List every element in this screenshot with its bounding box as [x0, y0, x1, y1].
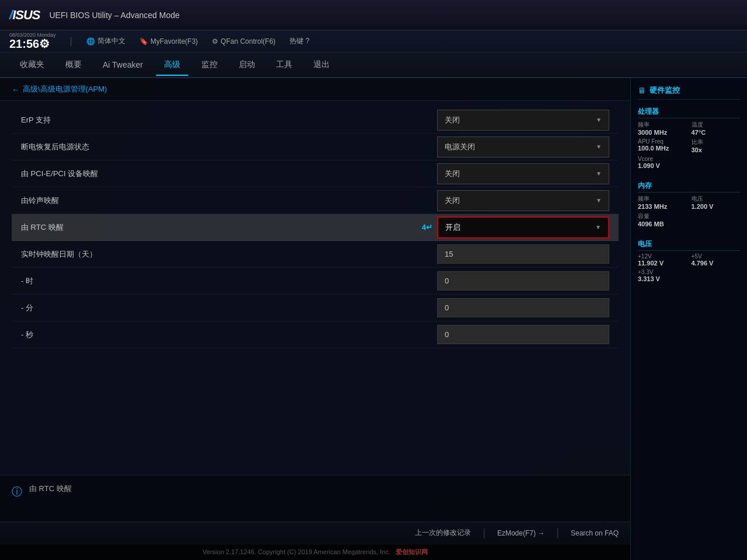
dropdown-arrow-icon: ▼	[596, 117, 602, 123]
ram-freq: 频率 2133 MHz	[638, 195, 687, 210]
cpu-apu-freq: APU Freq 100.0 MHz	[638, 138, 687, 153]
erp-dropdown[interactable]: 关闭 ▼	[437, 110, 609, 131]
watermark-brand: 爱创知识网	[396, 548, 428, 555]
monitor-header: 🖥 硬件监控	[638, 85, 740, 100]
ram-grid: 频率 2133 MHz 电压 1.200 V 容量 4096 MB	[638, 195, 740, 228]
setting-rtc-day-value-area: 15	[428, 244, 609, 264]
cpu-vcore: Vcore 1.090 V	[638, 156, 687, 169]
cpu-section: 处理器 频率 3000 MHz 温度 47°C APU Freq 100.0 M…	[638, 107, 740, 169]
content-area: ← 高级\高级电源管理(APM) ErP 支持 关闭 ▼	[0, 78, 747, 560]
setting-rtc-wake-value-area: 4↵ 开启 ▼	[422, 216, 609, 239]
rtc-hour-input[interactable]: 0	[437, 271, 609, 290]
nav-item-overview[interactable]: 概要	[57, 55, 90, 75]
voltage-12v: +12V 11.902 V	[638, 253, 687, 267]
rtc-day-input[interactable]: 15	[437, 244, 609, 264]
info-panel: ⓘ 由 RTC 映醒	[0, 475, 630, 522]
voltage-3v3: +3.3V 3.313 V	[638, 269, 687, 282]
pcie-wake-dropdown[interactable]: 关闭 ▼	[437, 163, 609, 184]
nav-item-advanced[interactable]: 高级	[156, 55, 189, 76]
setting-erp: ErP 支持 关闭 ▼	[12, 107, 619, 134]
cpu-section-label: 处理器	[638, 107, 740, 118]
dropdown-arrow-icon2: ▼	[596, 144, 602, 150]
voltage-5v: +5V 4.796 V	[692, 253, 741, 267]
monitor-icon: 🖥	[638, 86, 646, 95]
setting-rtc-hour: - 时 0	[12, 268, 619, 295]
nav-item-boot[interactable]: 启动	[231, 55, 263, 75]
qfan-button[interactable]: ⚙ QFan Control(F6)	[212, 37, 275, 46]
settings-list: ErP 支持 关闭 ▼ 断电恢复后电源状态 电源关闭 ▼	[0, 101, 630, 475]
setting-pcie-wake-label: 由 PCI-E/PCI 设备映醒	[21, 169, 428, 179]
toolbar: 08/03/2020 Monday 21:56⚙ | 🌐 简体中文 🔖 MyFa…	[0, 30, 747, 52]
footer: 上一次的修改记录 | EzMode(F7) → | Search on FAQ	[0, 522, 630, 544]
setting-rtc-second-value-area: 0	[428, 325, 609, 344]
nav-item-favorites[interactable]: 收藏夹	[12, 55, 53, 75]
myfavorite-button[interactable]: 🔖 MyFavorite(F3)	[139, 37, 198, 46]
asus-logo: /ISUS	[9, 8, 40, 23]
setting-ring-wake-value-area: 关闭 ▼	[428, 190, 609, 211]
voltage-section-label: 电压	[638, 239, 740, 251]
voltage-section: 电压 +12V 11.902 V +5V 4.796 V +3.3V 3.313…	[638, 239, 740, 282]
setting-rtc-hour-label: - 时	[21, 276, 428, 286]
setting-rtc-second-label: - 秒	[21, 330, 428, 340]
setting-rtc-wake: 由 RTC 映醒 4↵ 开启 ▼	[12, 214, 619, 241]
globe-icon: 🌐	[86, 37, 95, 46]
ring-wake-dropdown[interactable]: 关闭 ▼	[437, 190, 609, 211]
rtc-minute-input[interactable]: 0	[437, 298, 609, 317]
setting-ring-wake-label: 由铃声映醒	[21, 195, 428, 206]
setting-power-restore-label: 断电恢复后电源状态	[21, 142, 428, 152]
info-text: 由 RTC 映醒	[29, 484, 72, 494]
ezmode-button[interactable]: EzMode(F7) →	[497, 529, 544, 537]
nav-item-tools[interactable]: 工具	[268, 55, 301, 75]
breadcrumb[interactable]: ← 高级\高级电源管理(APM)	[0, 78, 630, 101]
setting-ring-wake: 由铃声映醒 关闭 ▼	[12, 187, 619, 214]
back-arrow-icon[interactable]: ←	[12, 85, 19, 94]
version-bar: Version 2.17.1246. Copyright (C) 2019 Am…	[0, 544, 630, 560]
setting-rtc-minute-label: - 分	[21, 303, 428, 313]
cpu-temp-label: 温度 47°C	[692, 121, 741, 136]
dropdown-arrow-icon4: ▼	[596, 197, 602, 204]
datetime-time: 21:56⚙	[9, 38, 50, 50]
setting-rtc-minute: - 分 0	[12, 295, 619, 321]
info-icon: ⓘ	[12, 485, 22, 499]
rtc-wake-dropdown[interactable]: 开启 ▼	[437, 216, 609, 239]
power-restore-dropdown[interactable]: 电源关闭 ▼	[437, 136, 609, 158]
ram-section-label: 内存	[638, 181, 740, 192]
header-title: UEFI BIOS Utility – Advanced Mode	[49, 10, 179, 20]
setting-erp-label: ErP 支持	[21, 115, 428, 125]
setting-power-restore: 断电恢复后电源状态 电源关闭 ▼	[12, 134, 619, 160]
setting-erp-value-area: 关闭 ▼	[428, 110, 609, 131]
setting-rtc-day-label: 实时钟映醒日期（天）	[21, 249, 428, 260]
nav-item-monitor[interactable]: 监控	[193, 55, 226, 75]
dropdown-arrow-icon5: ▼	[595, 224, 601, 230]
bookmark-icon: 🔖	[139, 37, 148, 46]
cpu-grid: 频率 3000 MHz 温度 47°C APU Freq 100.0 MHz 比…	[638, 121, 740, 169]
step-indicator: 4↵	[422, 223, 432, 232]
cpu-ratio: 比率 30x	[692, 138, 741, 153]
hotkey-button[interactable]: 热键 ?	[289, 36, 309, 46]
rtc-second-input[interactable]: 0	[437, 325, 609, 344]
nav-menu: 收藏夹 概要 Ai Tweaker 高级 监控 启动 工具 退出	[0, 52, 747, 78]
ram-capacity: 容量 4096 MB	[638, 212, 687, 228]
search-faq-button[interactable]: Search on FAQ	[571, 529, 619, 537]
setting-pcie-wake: 由 PCI-E/PCI 设备映醒 关闭 ▼	[12, 160, 619, 187]
last-change-button[interactable]: 上一次的修改记录	[415, 528, 471, 538]
dropdown-arrow-icon3: ▼	[596, 170, 602, 177]
ram-voltage: 电压 1.200 V	[692, 195, 741, 210]
footer-divider: |	[483, 527, 486, 539]
nav-item-exit[interactable]: 退出	[305, 55, 338, 75]
monitor-title: 硬件监控	[650, 85, 680, 96]
footer-divider2: |	[556, 527, 559, 539]
fan-icon: ⚙	[212, 37, 218, 46]
setting-rtc-second: - 秒 0	[12, 321, 619, 348]
setting-pcie-wake-value-area: 关闭 ▼	[428, 163, 609, 184]
language-button[interactable]: 🌐 简体中文	[86, 36, 125, 46]
setting-power-restore-value-area: 电源关闭 ▼	[428, 136, 609, 158]
breadcrumb-path: 高级\高级电源管理(APM)	[23, 84, 107, 94]
toolbar-divider: |	[70, 36, 72, 47]
setting-rtc-minute-value-area: 0	[428, 298, 609, 317]
setting-rtc-wake-label: 由 RTC 映醒	[21, 222, 422, 233]
setting-rtc-hour-value-area: 0	[428, 271, 609, 290]
setting-rtc-day: 实时钟映醒日期（天） 15	[12, 241, 619, 268]
nav-item-ai-tweaker[interactable]: Ai Tweaker	[95, 55, 151, 74]
ram-section: 内存 频率 2133 MHz 电压 1.200 V 容量 4096 MB	[638, 181, 740, 228]
